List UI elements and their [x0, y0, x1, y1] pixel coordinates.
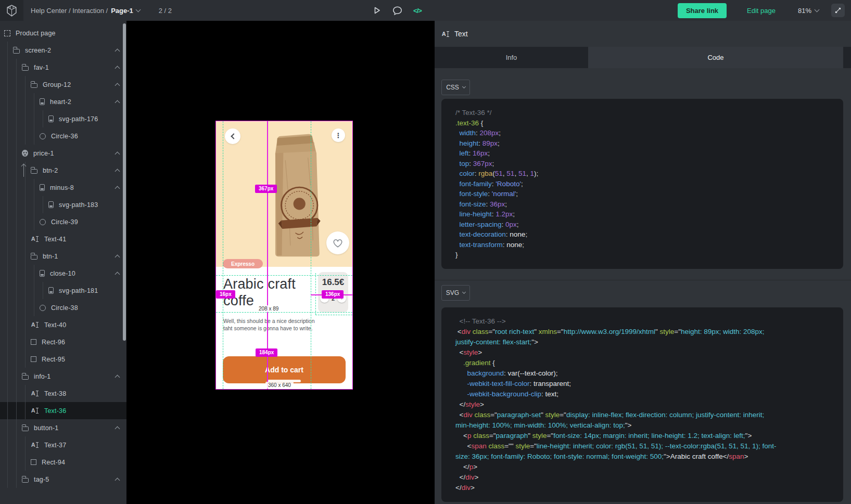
guide-vertical-left [223, 121, 223, 389]
tree-indent-guide [7, 196, 8, 213]
collapse-chevron-icon[interactable] [115, 375, 120, 380]
code-line: </style> [455, 399, 829, 410]
code-line: text-transform: none; [455, 240, 829, 250]
circle-layer-icon [40, 133, 46, 139]
tree-indent-guide [16, 127, 17, 145]
product-title[interactable]: Arabic craft coffe [223, 276, 313, 309]
back-button[interactable] [225, 128, 240, 144]
play-button[interactable] [371, 5, 383, 16]
code-line: <style> [455, 347, 829, 358]
more-options-button[interactable]: ⋮ [332, 128, 345, 142]
product-page-frame[interactable]: ⋮ Expresso Arabic craft coffe 16.5€ − 2 … [216, 121, 352, 389]
layer-price-1[interactable]: price-1 [0, 145, 126, 162]
layer-label: Rect-95 [42, 356, 65, 363]
code-line: <div class="root rich-text" xmlns="http:… [455, 327, 829, 337]
coffee-bag-image [260, 129, 331, 262]
inspector-header: A Text [435, 21, 851, 47]
product-description: Well, this should be a nice description … [223, 317, 317, 332]
breadcrumb[interactable]: Help Center / Interaction / Page-1 [31, 7, 140, 15]
collapse-chevron-icon[interactable] [115, 83, 120, 88]
layer-info-1[interactable]: info-1 [0, 368, 126, 385]
mask-layer-icon [22, 150, 28, 157]
tree-indent-guide [16, 368, 17, 385]
layer-screen-2[interactable]: screen-2 [0, 42, 126, 59]
collapse-chevron-icon[interactable] [115, 66, 120, 71]
layer-text-41[interactable]: AText-41 [0, 230, 126, 248]
code-line: background: var(--text-color); [455, 368, 829, 379]
layer-text-37[interactable]: AText-37 [0, 436, 126, 454]
svg-layer-icon [40, 270, 45, 277]
layer-rect-96[interactable]: Rect-96 [0, 333, 126, 351]
layer-group-12[interactable]: Group-12 [0, 76, 126, 93]
layer-label: close-10 [50, 270, 75, 277]
collapse-chevron-icon[interactable] [115, 272, 120, 277]
layer-label: Circle-36 [51, 133, 78, 140]
collapse-chevron-icon[interactable] [115, 255, 120, 260]
folder-layer-icon [22, 66, 29, 71]
css-format-select[interactable]: CSS [441, 80, 470, 95]
code-line: line-height: 1.2px; [455, 209, 829, 219]
design-canvas[interactable]: ⋮ Expresso Arabic craft coffe 16.5€ − 2 … [126, 21, 435, 504]
tab-code[interactable]: Code [588, 47, 843, 68]
layer-close-10[interactable]: close-10 [0, 265, 126, 282]
layer-text-36[interactable]: AText-36 [0, 402, 126, 419]
collapse-chevron-icon[interactable] [115, 100, 120, 106]
layer-label: heart-2 [50, 98, 71, 106]
layer-circle-36[interactable]: Circle-36 [0, 127, 126, 145]
layer-label: Text-41 [44, 236, 66, 243]
layer-svg-path-181[interactable]: svg-path-181 [0, 282, 126, 299]
section-divider [435, 280, 851, 280]
layer-label: svg-path-176 [59, 115, 98, 123]
layer-fav-1[interactable]: fav-1 [0, 59, 126, 76]
collapse-chevron-icon[interactable] [115, 478, 120, 483]
layer-circle-38[interactable]: Circle-38 [0, 299, 126, 316]
layer-button-1[interactable]: button-1 [0, 419, 126, 436]
css-code-block[interactable]: /* Text-36 */.text-36 { width: 208px; he… [441, 99, 843, 269]
collapse-chevron-icon[interactable] [115, 152, 120, 157]
top-toolbar: Help Center / Interaction / Page-1 2 / 2… [0, 0, 851, 21]
layer-svg-path-183[interactable]: svg-path-183 [0, 196, 126, 213]
share-link-button[interactable]: Share link [678, 3, 727, 18]
layer-minus-8[interactable]: minus-8 [0, 179, 126, 196]
tree-indent-guide [7, 436, 8, 454]
tree-indent-guide [7, 385, 8, 402]
layer-svg-path-176[interactable]: svg-path-176 [0, 110, 126, 127]
favorite-button[interactable] [326, 231, 349, 254]
layer-tag-5[interactable]: tag-5 [0, 471, 126, 488]
measurement-chip-left: 16px [216, 290, 235, 299]
svg-code-block[interactable]: <!-- Text-36 --> <div class="root rich-t… [441, 307, 843, 502]
collapse-chevron-icon[interactable] [115, 49, 120, 54]
tree-indent-guide [7, 213, 8, 230]
tree-indent-guide [34, 179, 34, 196]
edit-page-link[interactable]: Edit page [747, 7, 776, 15]
code-line: justify-content: flex-start;"> [455, 337, 829, 347]
fullscreen-button[interactable] [831, 4, 845, 17]
code-line: -webkit-text-fill-color: transparent; [455, 379, 829, 389]
layer-circle-39[interactable]: Circle-39 [0, 213, 126, 230]
layer-rect-94[interactable]: Rect-94 [0, 454, 126, 471]
layer-text-40[interactable]: AText-40 [0, 316, 126, 333]
frame-size-label: 360 x 640 [265, 382, 294, 389]
product-tag-badge[interactable]: Expresso [223, 259, 263, 268]
tab-info[interactable]: Info [435, 47, 588, 68]
tree-indent-guide [34, 213, 34, 230]
zoom-control[interactable]: 81% [798, 7, 819, 15]
code-view-button[interactable]: </> [412, 5, 423, 16]
chevron-down-icon[interactable] [135, 7, 141, 12]
collapse-chevron-icon[interactable] [115, 427, 120, 432]
layer-heart-2[interactable]: heart-2 [0, 93, 126, 110]
layer-product page[interactable]: Product page [0, 24, 126, 42]
layer-text-38[interactable]: AText-38 [0, 385, 126, 402]
collapse-chevron-icon[interactable] [115, 169, 120, 174]
layer-label: fav-1 [34, 64, 49, 71]
layer-rect-95[interactable]: Rect-95 [0, 351, 126, 368]
collapse-chevron-icon[interactable] [115, 186, 120, 191]
sidebar-scrollbar[interactable] [123, 23, 126, 341]
code-line: font-size: 36px; [455, 199, 829, 210]
comment-button[interactable] [391, 5, 403, 16]
app-logo[interactable] [0, 0, 23, 21]
tree-indent-guide [25, 213, 26, 230]
svg-format-select[interactable]: SVG [441, 285, 470, 301]
layer-btn-2[interactable]: btn-2 [0, 162, 126, 179]
layer-btn-1[interactable]: btn-1 [0, 248, 126, 265]
